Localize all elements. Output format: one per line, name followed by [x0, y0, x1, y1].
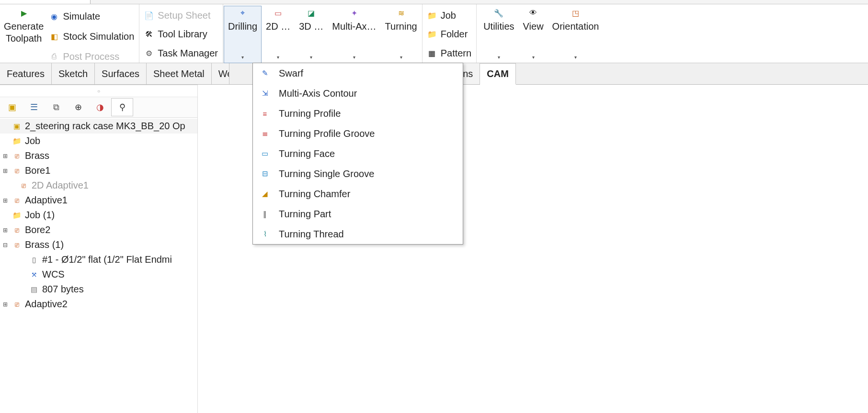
tree-node[interactable]: 807 bytes: [0, 282, 197, 297]
tree-view-list-button[interactable]: [23, 98, 45, 116]
orientation-button[interactable]: Orientation ▾: [548, 6, 603, 63]
tree-node[interactable]: ⊞Adaptive2: [0, 297, 197, 312]
simulate-icon: [49, 12, 59, 21]
drilling-button[interactable]: Drilling ▾: [224, 6, 262, 63]
simulate-button[interactable]: Simulate: [47, 6, 136, 26]
tab-surfaces[interactable]: Surfaces: [95, 63, 147, 84]
tree-node[interactable]: ⊞Bore1: [0, 163, 197, 178]
tab-surfaces-label: Surfaces: [102, 68, 139, 79]
multi-axis-icon: [351, 7, 357, 19]
menu-item[interactable]: Turning Single Groove: [253, 164, 463, 184]
bytes-icon: [29, 285, 39, 294]
tree-node[interactable]: Job (1): [0, 208, 197, 223]
tree-node-label: Bore1: [25, 165, 50, 176]
twist-icon[interactable]: ⊞: [2, 197, 9, 204]
menu-item[interactable]: Swarf: [253, 63, 463, 83]
job-icon: [11, 137, 22, 145]
menu-item[interactable]: Turning Profile Groove: [253, 123, 463, 144]
menu-item-label: Swarf: [279, 68, 456, 79]
tab-sheet-metal[interactable]: Sheet Metal: [147, 63, 212, 84]
3d-button[interactable]: 3D … ▾: [295, 6, 327, 63]
menu-item-label: Turning Profile: [279, 108, 456, 119]
menu-item[interactable]: Turning Part: [253, 204, 463, 224]
tree-view-model-button[interactable]: [1, 98, 23, 116]
tsg-icon: [260, 169, 270, 178]
tree-node[interactable]: #1 - Ø1/2" flat (1/2" Flat Endmi: [0, 252, 197, 267]
tab-weldments-truncated[interactable]: We: [212, 63, 229, 84]
panel-drag-handle[interactable]: [0, 85, 197, 97]
pattern-label: Pattern: [441, 48, 471, 59]
multi-axis-label: Multi-Ax…: [332, 21, 376, 33]
menu-item[interactable]: Turning Chamfer: [253, 184, 463, 204]
op-icon: [11, 167, 22, 175]
tree-node-label: 2D Adaptive1: [32, 180, 89, 191]
tpg-icon: [260, 129, 270, 138]
twist-icon[interactable]: ⊞: [2, 227, 9, 234]
tool-library-button[interactable]: Tool Library: [142, 25, 220, 44]
utilities-button[interactable]: Utilities ▾: [480, 6, 518, 63]
tree-node-label: Brass: [25, 150, 49, 161]
tab-sketch[interactable]: Sketch: [52, 63, 95, 84]
tab-weld-label: We: [218, 68, 229, 79]
tree-node[interactable]: ⊞Adaptive1: [0, 193, 197, 208]
job-button[interactable]: Job: [425, 6, 473, 25]
pattern-icon: [427, 49, 437, 58]
op-icon: [11, 300, 22, 308]
tree-node[interactable]: Job: [0, 134, 197, 148]
stock-simulation-button[interactable]: Stock Simulation: [47, 26, 136, 46]
menu-item[interactable]: Turning Face: [253, 144, 463, 164]
view-dropdown-icon: ▾: [532, 55, 535, 62]
drilling-icon: [240, 7, 245, 19]
wcs-icon: [29, 270, 39, 279]
mac-icon: [260, 89, 270, 98]
3d-label: 3D …: [299, 21, 323, 33]
tree-view-stats-button[interactable]: [89, 98, 111, 116]
folder-button[interactable]: Folder: [425, 25, 473, 44]
menu-item-label: Multi-Axis Contour: [279, 88, 456, 99]
view-button[interactable]: View ▾: [519, 6, 548, 63]
tree-node-label: #1 - Ø1/2" flat (1/2" Flat Endmi: [42, 254, 172, 265]
tree-view-hierarchy-button[interactable]: [45, 98, 67, 116]
cam-tree[interactable]: 2_steering rack case MK3_BB_20 Op Job⊞Br…: [0, 118, 197, 315]
tree-root-node[interactable]: 2_steering rack case MK3_BB_20 Op: [0, 119, 197, 134]
twist-icon[interactable]: ⊞: [2, 153, 9, 159]
twist-icon[interactable]: ⊞: [2, 167, 9, 174]
ribbon: Generate Toolpath Simulate Stock Simulat…: [0, 4, 868, 63]
tree-view-target-button[interactable]: [67, 98, 89, 116]
tree-node-label: Adaptive2: [25, 299, 68, 310]
pattern-button[interactable]: Pattern: [425, 44, 473, 63]
generate-toolpath-label: Generate Toolpath: [4, 21, 44, 45]
tth-icon: [260, 230, 270, 238]
swarf-icon: [260, 69, 270, 78]
generate-toolpath-button[interactable]: Generate Toolpath: [0, 6, 47, 45]
target-icon: [75, 102, 82, 112]
tree-view-pin-button[interactable]: [111, 98, 133, 116]
task-manager-button[interactable]: Task Manager: [142, 44, 220, 63]
tree-node[interactable]: ⊞Bore2: [0, 223, 197, 237]
task-manager-label: Task Manager: [158, 48, 218, 59]
utilities-icon: [494, 7, 503, 19]
menu-item[interactable]: Turning Profile: [253, 103, 463, 123]
tree-node[interactable]: ⊟Brass (1): [0, 237, 197, 252]
tree-node[interactable]: 2D Adaptive1: [0, 178, 197, 193]
tab-features[interactable]: Features: [0, 63, 52, 84]
menu-item-label: Turning Chamfer: [279, 189, 456, 200]
op-icon: [11, 226, 22, 234]
tab-sheet-metal-label: Sheet Metal: [153, 68, 205, 79]
tab-cam[interactable]: CAM: [480, 63, 516, 85]
turning-button[interactable]: Turning ▾: [381, 6, 421, 63]
orientation-label: Orientation: [552, 21, 599, 33]
tree-icon: [53, 102, 59, 112]
tree-node[interactable]: ⊞Brass: [0, 148, 197, 163]
menu-item[interactable]: Multi-Axis Contour: [253, 83, 463, 103]
multi-axis-button[interactable]: Multi-Ax… ▾: [328, 6, 380, 63]
tree-node[interactable]: WCS: [0, 267, 197, 282]
drilling-label: Drilling: [228, 21, 257, 33]
twist-icon[interactable]: ⊟: [2, 242, 9, 248]
menu-item[interactable]: Turning Thread: [253, 224, 463, 244]
view-icon: [529, 7, 537, 19]
2d-button[interactable]: 2D … ▾: [262, 6, 294, 63]
tf-icon: [260, 149, 270, 158]
twist-icon[interactable]: ⊞: [2, 301, 9, 308]
job-icon: [427, 11, 437, 20]
